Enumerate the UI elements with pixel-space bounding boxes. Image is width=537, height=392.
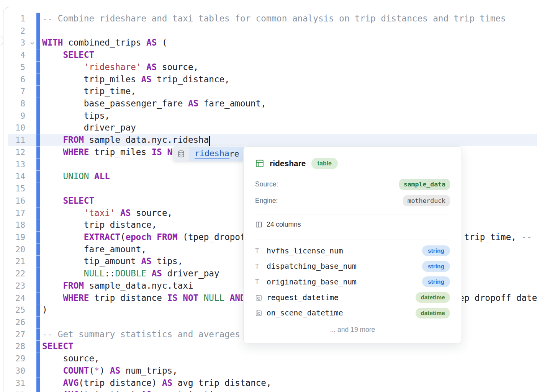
line-number: 2 [0, 25, 25, 37]
fold-gutter [25, 292, 36, 304]
code-text[interactable]: SELECT [42, 49, 94, 61]
code-line[interactable]: 32 AVG(trip_time) AS avg_trip_time, [0, 389, 537, 392]
line-number: 27 [0, 328, 25, 341]
column-row: Thvfhs_license_numstring [255, 243, 450, 259]
modified-line-indicator [36, 158, 40, 171]
modified-line-indicator [36, 255, 40, 268]
code-line[interactable]: 11 FROM sample_data.nyc.ridesha [0, 134, 537, 146]
fold-gutter [25, 74, 36, 86]
code-text[interactable]: fare_amount, [42, 243, 146, 256]
code-text[interactable]: FROM sample_data.nyc.ridesha [42, 134, 209, 146]
panel-header: rideshare table [255, 156, 450, 171]
fold-gutter [25, 85, 36, 98]
line-number: 12 [0, 146, 25, 158]
fold-gutter [25, 158, 36, 171]
code-text[interactable]: driver_pay [42, 122, 136, 134]
line-number: 11 [0, 134, 25, 146]
code-text[interactable]: COUNT(*) AS num_trips, [42, 365, 178, 377]
line-number: 6 [0, 74, 25, 86]
code-text[interactable]: AVG(trip_distance) AS avg_trip_distance, [42, 377, 272, 389]
autocomplete-item-rideshare[interactable]: rideshare [189, 147, 245, 161]
modified-line-indicator [36, 243, 40, 256]
table-info-panel: rideshare table Source: sample_data Engi… [243, 146, 462, 343]
code-text[interactable]: SELECT [42, 195, 94, 207]
code-text[interactable]: trip_time, [42, 85, 136, 98]
column-list: Thvfhs_license_numstringTdispatching_bas… [255, 243, 450, 321]
modified-line-indicator [36, 49, 40, 61]
autocomplete-rest-text: re [229, 149, 239, 158]
fold-gutter [25, 304, 36, 316]
modified-line-indicator [36, 316, 40, 328]
modified-line-indicator [36, 85, 40, 98]
code-text[interactable]: trip_miles AS trip_distance, [42, 74, 230, 86]
line-number: 7 [0, 85, 25, 98]
line-number: 25 [0, 304, 25, 316]
column-type-badge: string [422, 261, 450, 272]
line-number: 32 [0, 389, 25, 392]
code-line[interactable]: 29 source, [0, 353, 537, 365]
code-line[interactable]: 30 COUNT(*) AS num_trips, [0, 365, 537, 377]
code-line[interactable]: 9 tips, [0, 110, 537, 122]
fold-gutter [25, 134, 36, 146]
autocomplete-popup: rideshare [173, 147, 245, 161]
line-number: 15 [0, 183, 25, 195]
code-line[interactable]: 4 SELECT [0, 49, 537, 61]
modified-line-indicator [36, 110, 40, 122]
modified-line-indicator [36, 353, 40, 365]
code-text[interactable]: SELECT [42, 340, 74, 353]
code-text[interactable]: NULL::DOUBLE AS driver_pay [42, 268, 219, 280]
line-number: 29 [0, 353, 25, 365]
fold-gutter [25, 328, 36, 341]
modified-line-indicator [36, 328, 40, 341]
code-text[interactable]: 'taxi' AS source, [42, 207, 172, 219]
line-number: 23 [0, 280, 25, 292]
code-line[interactable]: 3WITH combined_trips AS ( [0, 37, 537, 49]
code-text[interactable]: trip_distance, [42, 219, 157, 231]
code-line[interactable]: 2 [0, 25, 537, 37]
datetime-type-icon [255, 309, 267, 317]
code-text[interactable]: 'rideshare' AS source, [42, 61, 198, 74]
code-text[interactable]: ) [42, 304, 47, 316]
fold-gutter [25, 340, 36, 353]
string-type-icon: T [255, 263, 267, 270]
code-text[interactable]: WITH combined_trips AS ( [42, 37, 167, 49]
modified-line-indicator [36, 13, 40, 25]
code-text[interactable]: AVG(trip_time) AS avg_trip_time, [42, 389, 230, 392]
source-row: Source: sample_data [255, 176, 450, 193]
fold-gutter [25, 316, 36, 328]
code-line[interactable]: 7 trip_time, [0, 85, 537, 98]
database-icon [173, 147, 189, 161]
fold-gutter [25, 195, 36, 207]
code-text[interactable]: UNION ALL [42, 170, 110, 183]
modified-line-indicator [36, 37, 40, 49]
engine-value-badge: motherduck [403, 195, 450, 206]
line-number: 22 [0, 268, 25, 280]
code-line[interactable]: 31 AVG(trip_distance) AS avg_trip_distan… [0, 377, 537, 389]
source-value-badge: sample_data [399, 179, 450, 190]
code-line[interactable]: 10 driver_pay [0, 122, 537, 134]
modified-line-indicator [36, 25, 40, 37]
code-text[interactable]: -- Combine rideshare and taxi tables for… [42, 13, 506, 25]
code-text[interactable]: tip_amount AS tips, [42, 255, 183, 268]
code-text[interactable]: base_passenger_fare AS fare_amount, [42, 98, 266, 110]
fold-gutter [25, 122, 36, 134]
line-number: 10 [0, 122, 25, 134]
code-line[interactable]: 5 'rideshare' AS source, [0, 61, 537, 74]
fold-gutter [25, 219, 36, 231]
columns-count-row: 24 columns [255, 214, 450, 235]
column-name: originating_base_num [267, 278, 422, 286]
line-number: 9 [0, 110, 25, 122]
code-text[interactable]: tips, [42, 110, 110, 122]
fold-chevron-icon[interactable] [25, 37, 36, 49]
code-line[interactable]: 8 base_passenger_fare AS fare_amount, [0, 98, 537, 110]
code-line[interactable]: 6 trip_miles AS trip_distance, [0, 74, 537, 86]
code-text[interactable]: FROM sample_data.nyc.taxi [42, 280, 193, 292]
fold-gutter [25, 255, 36, 268]
line-number: 30 [0, 365, 25, 377]
code-line[interactable]: 1-- Combine rideshare and taxi tables fo… [0, 13, 537, 25]
code-text[interactable]: source, [42, 353, 100, 365]
string-type-icon: T [255, 278, 267, 286]
modified-line-indicator [36, 146, 40, 158]
column-name: request_datetime [267, 293, 416, 302]
fold-gutter [25, 61, 36, 74]
